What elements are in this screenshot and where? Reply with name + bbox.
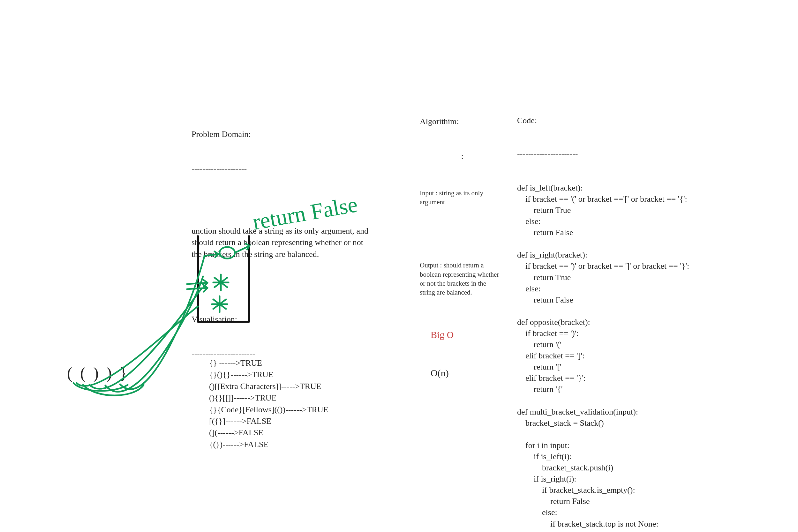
bigo-label: Big O: [431, 328, 503, 341]
example-line: (](------>FALSE: [209, 427, 388, 438]
code-heading: Code:: [517, 115, 705, 126]
example-line: {} ------>TRUE: [209, 357, 388, 369]
bracket-sequence-text: ( ( ) ) }: [67, 364, 129, 382]
flow-loop: [73, 383, 144, 395]
example-line: {(})------>FALSE: [209, 439, 388, 450]
example-line: {}{Code}[Fellows](())------>TRUE: [209, 404, 388, 416]
algorithm-dash: ---------------:: [420, 151, 503, 162]
example-line: {}(){}------>TRUE: [209, 369, 388, 380]
code-dash: ----------------------: [517, 148, 705, 159]
algorithm-column: Algorithim: ---------------: Input : str…: [420, 93, 503, 392]
problem-domain-body: unction should take a string as its only…: [191, 225, 370, 260]
algorithm-input: Input : string as its only argument: [420, 189, 503, 207]
example-line: [({}]------>FALSE: [209, 416, 388, 427]
code-body: def is_left(bracket): if bracket == '(' …: [517, 182, 705, 532]
example-line: ()[[Extra Characters]]----->TRUE: [209, 381, 388, 392]
code-column: Code: ---------------------- def is_left…: [517, 93, 705, 532]
algorithm-heading: Algorithim:: [420, 116, 503, 127]
problem-domain-column: Problem Domain: -------------------- unc…: [191, 105, 370, 372]
problem-domain-heading: Problem Domain:: [191, 129, 370, 140]
algorithm-output: Output : should return a boolean represe…: [420, 261, 503, 297]
example-line: (){}[[]]------>TRUE: [209, 392, 388, 404]
visualisation-heading: Visualisation:: [191, 314, 370, 325]
bigo-value: O(n): [431, 366, 503, 380]
examples-list: {} ------>TRUE {}(){}------>TRUE ()[[Ext…: [209, 357, 388, 450]
problem-domain-dash: --------------------: [191, 164, 370, 175]
